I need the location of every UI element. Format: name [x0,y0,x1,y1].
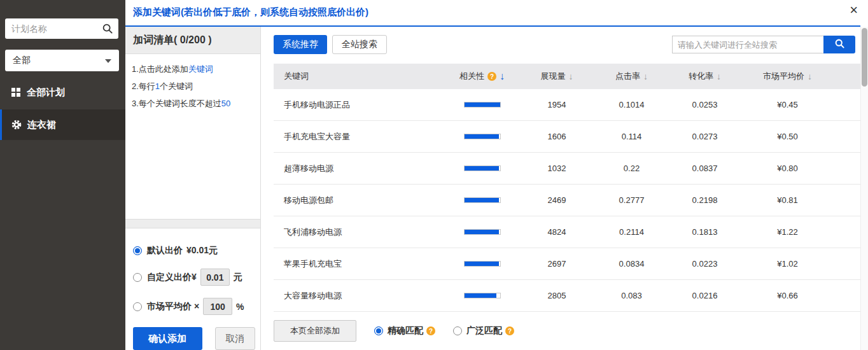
impressions-cell: 4824 [519,227,595,237]
sidebar-item-all-plans[interactable]: 全部计划 [0,79,125,106]
column-header-relevance[interactable]: 相关性 ? ↓ [445,71,519,82]
relevance-cell [445,261,519,267]
bid-option-custom[interactable]: 自定义出价¥ 元 [133,269,255,286]
plan-search-box [5,18,119,39]
sidebar-item-label: 连衣裙 [27,119,56,131]
table-row[interactable]: 手机充电宝大容量 1606 0.114 0.0273 ¥0.50 [274,121,860,153]
tab-system-recommend[interactable]: 系统推荐 [274,35,327,54]
keyword-cell: 飞利浦移动电源 [274,227,445,238]
keyword-cell: 手机充电宝大容量 [274,131,445,143]
help-icon[interactable]: ? [505,326,514,335]
column-header-market-price[interactable]: 市场平均价 ↓ [741,71,834,82]
column-label: 点击率 [615,71,640,82]
bid-option-suffix: 元 [234,272,242,283]
table-row[interactable]: 移动电源包邮 2469 0.2777 0.2198 ¥0.81 [274,185,860,216]
confirm-add-button[interactable]: 确认添加 [133,327,202,350]
impressions-cell: 2805 [519,291,595,300]
table-footer: 本页全部添加 精确匹配 ? 广泛匹配 ? [274,312,860,342]
sort-icon[interactable]: ↓ [569,71,573,81]
column-header-cvr[interactable]: 转化率 ↓ [668,71,741,82]
relevance-cell [445,102,519,108]
instruction-link[interactable]: 关键词 [188,64,213,74]
column-label: 转化率 [689,71,713,82]
relevance-cell [445,197,519,203]
column-header-ctr[interactable]: 点击率 ↓ [595,71,668,82]
ctr-cell: 0.2114 [595,227,668,237]
sort-icon[interactable]: ↓ [643,71,648,81]
keywords-table: 关键词 相关性 ? ↓ 展现量 ↓ 点击率 ↓ [274,64,860,312]
add-list-panel: 加词清单( 0/200 ) 1.点击此处添加关键词 2.每行1个关键词 3.每个… [125,27,261,350]
keyword-search-box [672,36,855,53]
chevron-down-icon [105,59,111,63]
add-list-header: 加词清单( 0/200 ) [125,27,260,53]
price-cell: ¥0.45 [741,100,834,109]
grid-icon [11,88,20,97]
cvr-cell: 0.2198 [668,195,741,205]
custom-bid-input[interactable] [200,269,230,286]
price-cell: ¥0.66 [741,291,834,300]
column-label: 相关性 [459,71,484,82]
relevance-cell [445,293,519,298]
bid-option-value: ¥0.01元 [186,245,218,256]
cancel-button[interactable]: 取消 [215,327,255,350]
price-cell: ¥1.22 [741,227,834,237]
search-button[interactable] [823,36,855,53]
bid-settings-panel: 默认出价 ¥0.01元 自定义出价¥ 元 市场平均价 × % [125,228,260,350]
price-cell: ¥0.81 [741,195,834,205]
help-icon[interactable]: ? [487,72,496,81]
column-header-impressions[interactable]: 展现量 ↓ [519,71,595,82]
instruction-text: 1.点击此处添加 [132,64,188,74]
radio-icon[interactable] [133,246,142,255]
impressions-cell: 1954 [519,100,595,109]
relevance-cell [445,165,519,171]
sort-icon[interactable]: ↓ [717,71,721,81]
impressions-cell: 2469 [519,195,595,205]
help-icon[interactable]: ? [426,326,435,335]
relevance-cell [445,134,519,139]
keyword-cell: 苹果手机充电宝 [274,258,445,270]
match-option-broad[interactable]: 广泛匹配 ? [453,325,514,337]
sidebar-item-dress-plan[interactable]: 连衣裙 [0,109,125,140]
instruction-line: 3.每个关键词长度不超过50 [132,95,255,112]
vertical-scrollbar[interactable] [860,27,868,350]
ctr-cell: 0.1014 [595,100,668,109]
table-row[interactable]: 苹果手机充电宝 2697 0.0834 0.0223 ¥1.02 [274,248,860,280]
column-label: 关键词 [284,71,309,82]
keyword-search-input[interactable] [672,36,823,53]
close-icon[interactable]: × [850,1,858,19]
radio-icon[interactable] [374,326,383,335]
add-all-button[interactable]: 本页全部添加 [274,320,356,342]
table-row[interactable]: 手机移动电源正品 1954 0.1014 0.0253 ¥0.45 [274,89,860,121]
price-cell: ¥1.02 [741,259,834,269]
cvr-cell: 0.0253 [668,100,741,109]
instruction-link: 1 [155,81,160,91]
market-pct-input[interactable] [203,298,232,315]
bid-option-label: 自定义出价¥ [147,272,197,283]
bid-option-default[interactable]: 默认出价 ¥0.01元 [133,245,255,256]
column-label: 市场平均价 [763,71,804,82]
scrollbar-thumb[interactable] [862,28,867,87]
relevance-cell [445,229,519,235]
sort-icon[interactable]: ↓ [808,71,812,81]
radio-icon[interactable] [133,273,142,282]
cvr-cell: 0.0223 [668,259,741,269]
ctr-cell: 0.2777 [595,195,668,205]
radio-icon[interactable] [133,302,142,311]
sort-desc-icon[interactable]: ↓ [500,71,505,82]
tab-site-search[interactable]: 全站搜索 [332,35,387,54]
radio-icon[interactable] [453,326,462,335]
keyword-results-area: 系统推荐 全站搜索 [261,27,860,350]
impressions-cell: 1032 [519,164,595,173]
instruction-line: 1.点击此处添加关键词 [132,60,255,78]
table-row[interactable]: 超薄移动电源 1032 0.22 0.0837 ¥0.80 [274,153,860,185]
match-option-exact[interactable]: 精确匹配 ? [374,325,435,337]
column-header-keyword: 关键词 [274,71,445,82]
table-row[interactable]: 飞利浦移动电源 4824 0.2114 0.1813 ¥1.22 [274,216,860,248]
bid-option-suffix: % [236,302,244,312]
plan-filter-dropdown[interactable]: 全部 [5,50,119,71]
search-icon[interactable] [102,23,113,34]
modal-title: 添加关键词(若出价低于底价，则系统自动按照底价出价) [133,6,368,18]
table-row[interactable]: 大容量移动电源 2805 0.083 0.0216 ¥0.66 [274,280,860,312]
keyword-entry-area[interactable]: 1.点击此处添加关键词 2.每行1个关键词 3.每个关键词长度不超过50 [125,53,260,220]
bid-option-market-avg[interactable]: 市场平均价 × % [133,298,255,315]
